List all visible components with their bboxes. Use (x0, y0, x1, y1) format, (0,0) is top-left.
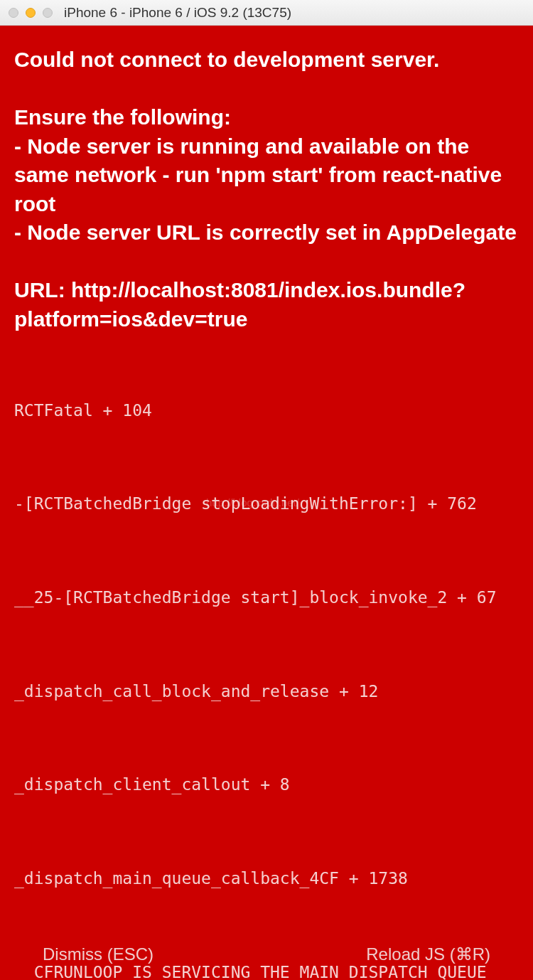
close-icon[interactable] (9, 8, 18, 18)
dismiss-button[interactable]: Dismiss (ESC) (43, 944, 154, 964)
title-bar: iPhone 6 - iPhone 6 / iOS 9.2 (13C75) (0, 0, 533, 26)
window-title: iPhone 6 - iPhone 6 / iOS 9.2 (13C75) (64, 5, 524, 21)
error-message: Could not connect to development server.… (14, 46, 519, 334)
maximize-icon[interactable] (43, 8, 53, 18)
error-screen: Could not connect to development server.… (0, 26, 533, 980)
stack-frame: -[RCTBatchedBridge stopLoadingWithError:… (14, 494, 519, 515)
reload-button[interactable]: Reload JS (⌘R) (366, 944, 490, 964)
simulator-window: iPhone 6 - iPhone 6 / iOS 9.2 (13C75) Co… (0, 0, 533, 980)
footer-bar: Dismiss (ESC) Reload JS (⌘R) (0, 929, 533, 980)
traffic-lights (9, 8, 53, 18)
stack-frame: _dispatch_client_callout + 8 (14, 774, 519, 796)
stack-frame: RCTFatal + 104 (14, 400, 519, 422)
stack-frame: _dispatch_main_queue_callback_4CF + 1738 (14, 868, 519, 890)
stack-frame: __25-[RCTBatchedBridge start]_block_invo… (14, 587, 519, 609)
stack-trace: RCTFatal + 104 -[RCTBatchedBridge stopLo… (14, 358, 519, 980)
stack-frame: _dispatch_call_block_and_release + 12 (14, 681, 519, 703)
minimize-icon[interactable] (26, 8, 36, 18)
